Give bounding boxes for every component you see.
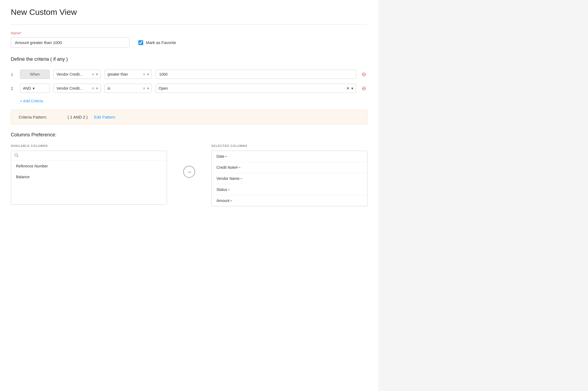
search-icon: [14, 153, 19, 158]
columns-preference-title: Columns Preference:: [11, 132, 368, 138]
row-number-2: 2: [11, 86, 16, 91]
columns-layout: AVAILABLE COLUMNS Reference Number Balan…: [11, 144, 368, 206]
available-col-item-balance[interactable]: Balance: [11, 171, 167, 182]
page-title: New Custom View: [11, 8, 368, 17]
criteria-operator-select-1[interactable]: greater than ✕ ▾: [105, 70, 152, 79]
selected-col-vendor-name[interactable]: Vendor Name ••: [212, 173, 367, 184]
selected-columns-box: Date •• Credit Note# •• Vendor Name •• S…: [211, 151, 368, 206]
criteria-value-chevron-2: ▾: [351, 86, 353, 90]
selected-col-credit-note[interactable]: Credit Note# ••: [212, 162, 367, 173]
criteria-row-2: 2 AND ▾ Vendor Credit... ✕ ▾ is ✕ ▾ Open…: [11, 84, 368, 93]
selected-col-status[interactable]: Status ••: [212, 184, 367, 195]
criteria-operator-chevron-2: ▾: [147, 86, 149, 90]
criteria-pattern-value: ( 1 AND 2 ): [68, 115, 88, 119]
required-dot-amount: ••: [230, 199, 232, 202]
required-dot-status: ••: [228, 188, 230, 191]
selected-col-status-label: Status: [216, 187, 227, 192]
available-columns-search[interactable]: [21, 154, 163, 158]
criteria-field-chevron-1: ▾: [96, 72, 98, 76]
name-input[interactable]: [11, 37, 130, 48]
required-dot-date: ••: [225, 155, 227, 158]
criteria-remove-btn-2[interactable]: ⊖: [360, 86, 368, 91]
criteria-value-input-1[interactable]: [156, 70, 356, 79]
edit-pattern-button[interactable]: Edit Pattern: [94, 115, 115, 119]
criteria-field-select-2[interactable]: Vendor Credit... ✕ ▾: [54, 84, 101, 93]
available-col-item-reference-number[interactable]: Reference Number: [11, 161, 167, 171]
available-columns-label: AVAILABLE COLUMNS: [11, 144, 167, 147]
and-select-text-2: AND: [23, 86, 31, 90]
available-columns-section: AVAILABLE COLUMNS Reference Number Balan…: [11, 144, 167, 205]
criteria-value-select-2[interactable]: Open ✕ ▾: [156, 84, 356, 93]
search-row: [11, 151, 167, 161]
criteria-operator-clear-1[interactable]: ✕: [143, 72, 146, 76]
criteria-field-chevron-2: ▾: [96, 86, 98, 90]
and-select-2[interactable]: AND ▾: [20, 84, 50, 93]
criteria-value-text-2: Open: [159, 86, 168, 90]
available-columns-box: Reference Number Balance: [11, 151, 167, 205]
criteria-operator-select-2[interactable]: is ✕ ▾: [105, 84, 152, 93]
criteria-operator-chevron-1: ▾: [147, 72, 149, 76]
criteria-section: 1 When Vendor Credit... ✕ ▾ greater than…: [11, 70, 368, 103]
selected-columns-section: SELECTED COLUMNS Date •• Credit Note# ••…: [211, 144, 368, 206]
page-container: New Custom View Name* Mark as Favorite D…: [0, 0, 378, 391]
selected-col-amount-label: Amount: [216, 198, 229, 203]
criteria-field-clear-1[interactable]: ✕: [92, 72, 95, 76]
add-criteria-button[interactable]: + Add Criteria: [20, 99, 43, 103]
favorite-checkbox[interactable]: [138, 40, 143, 45]
required-dot-credit-note: ••: [239, 166, 240, 169]
when-badge: When: [20, 70, 50, 79]
criteria-operator-text-1: greater than: [108, 72, 141, 76]
name-field-label: Name*: [11, 31, 368, 35]
criteria-remove-btn-1[interactable]: ⊖: [360, 72, 368, 77]
favorite-label: Mark as Favorite: [146, 40, 176, 45]
criteria-section-title: Define the criteria ( if any ): [11, 56, 368, 62]
criteria-value-clear-2[interactable]: ✕: [346, 86, 350, 90]
criteria-field-text-1: Vendor Credit...: [56, 72, 90, 76]
selected-col-date[interactable]: Date ••: [212, 151, 367, 162]
selected-col-amount[interactable]: Amount ••: [212, 195, 367, 206]
criteria-operator-text-2: is: [108, 86, 141, 90]
name-row: Mark as Favorite: [11, 37, 368, 48]
divider-top: [11, 24, 368, 25]
svg-line-1: [17, 156, 18, 157]
transfer-button-col: →: [183, 144, 195, 178]
required-dot-vendor-name: ••: [240, 177, 242, 180]
criteria-field-select-1[interactable]: Vendor Credit... ✕ ▾: [54, 70, 101, 79]
criteria-operator-clear-2[interactable]: ✕: [143, 86, 146, 90]
row-number-1: 1: [11, 72, 16, 77]
favorite-row: Mark as Favorite: [138, 40, 176, 45]
selected-col-credit-note-label: Credit Note#: [216, 165, 238, 170]
and-select-chevron-2: ▾: [33, 86, 35, 90]
criteria-row-1: 1 When Vendor Credit... ✕ ▾ greater than…: [11, 70, 368, 79]
selected-columns-label: SELECTED COLUMNS: [211, 144, 368, 147]
criteria-pattern-bar: Criteria Pattern: ( 1 AND 2 ) Edit Patte…: [11, 110, 368, 124]
criteria-field-text-2: Vendor Credit...: [56, 86, 90, 90]
criteria-pattern-label: Criteria Pattern:: [19, 115, 47, 119]
criteria-field-clear-2[interactable]: ✕: [92, 86, 95, 90]
selected-col-date-label: Date: [216, 154, 225, 159]
selected-col-vendor-name-label: Vendor Name: [216, 176, 240, 181]
transfer-to-selected-button[interactable]: →: [183, 166, 195, 178]
